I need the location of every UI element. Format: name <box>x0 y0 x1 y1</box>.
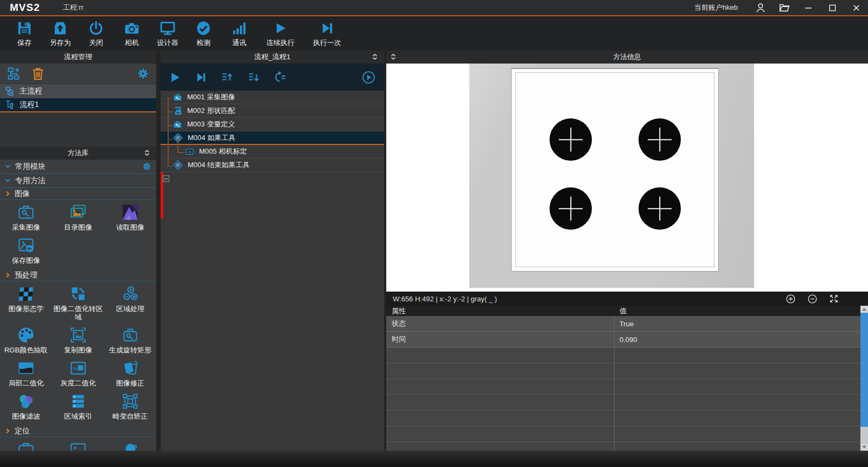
flow-item-flow1[interactable]: 流程1 <box>0 98 156 112</box>
method-acquire-image[interactable]: 采集图像 <box>0 203 52 231</box>
image-status-text: W:656 H:492 | x:-2 y:-2 | gray( _ ) <box>393 295 497 303</box>
preprocess-method-grid: 图像形态学 图像二值化转区域 区域处理 RGB颜色抽取 复制图像 生成旋转矩形 … <box>0 281 156 425</box>
method-read-image[interactable]: 读取图像 <box>104 203 156 231</box>
designer-icon <box>159 20 176 36</box>
run-selected-icon[interactable] <box>362 71 375 84</box>
step-flow-icon[interactable] <box>195 71 207 84</box>
method-image-filter[interactable]: 图像滤波 <box>0 392 52 420</box>
close-project-button[interactable]: 关闭 <box>78 20 114 48</box>
flow-settings-gear-icon[interactable] <box>136 67 150 80</box>
table-row-status[interactable]: 状态 True <box>386 316 868 332</box>
section-special-methods[interactable]: 专用方法 <box>0 174 156 188</box>
group-preprocess[interactable]: 预处理 <box>0 269 156 281</box>
collapse-node-toggle[interactable] <box>163 175 169 182</box>
designer-button[interactable]: 设计器 <box>150 20 186 48</box>
method-distortion-correct[interactable]: 畸变自矫正 <box>104 392 156 420</box>
table-row-time[interactable]: 时间 0.090 <box>386 332 868 348</box>
method-gen-rot-rect[interactable]: 生成旋转矩形 <box>104 326 156 354</box>
minimize-button[interactable] <box>796 0 820 15</box>
image-correct-icon <box>120 359 140 377</box>
property-table: 属性 值 状态 True 时间 0.090 <box>386 306 868 451</box>
flow-node-m002[interactable]: M002 形状匹配 <box>161 104 384 118</box>
run-flow-icon[interactable] <box>168 71 182 84</box>
flow-node-m003[interactable]: M003 变量定义 <box>161 118 384 131</box>
add-flow-icon[interactable] <box>7 66 21 81</box>
flow-node-m005[interactable]: (X) M005 相机标定 <box>161 145 384 159</box>
tree-connector <box>168 98 169 166</box>
flow-item-main[interactable]: 主流程 <box>0 84 156 98</box>
table-row-empty <box>386 379 868 395</box>
method-partial-1[interactable] <box>0 440 52 451</box>
flow-node-m001[interactable]: M001 采集图像 <box>161 91 384 104</box>
thumbnail-icon <box>120 203 140 222</box>
method-region-index[interactable]: 区域索引 <box>52 392 104 420</box>
save-as-button[interactable]: 另存为 <box>42 20 78 48</box>
plate-inner-frame <box>515 72 714 267</box>
image-icon <box>68 440 88 451</box>
method-partial-3[interactable] <box>104 440 156 451</box>
module-settings-gear-icon[interactable] <box>142 161 152 172</box>
collapse-icon[interactable] <box>143 149 151 157</box>
flow-node-tree: M001 采集图像 M002 形状匹配 M003 变量定义 IF M004 如果… <box>161 91 384 451</box>
method-local-binarize[interactable]: 局部二值化 <box>0 359 52 387</box>
method-image-correct[interactable]: 图像修正 <box>104 359 156 387</box>
method-binarize-to-region[interactable]: 图像二值化转区域 <box>52 285 104 321</box>
method-gray-binarize[interactable]: % 灰度二值化 <box>52 359 104 387</box>
zoom-in-icon[interactable] <box>786 294 796 304</box>
run-once-button[interactable]: 执行一次 <box>304 20 350 48</box>
method-save-image[interactable]: 保存图像 <box>0 236 52 264</box>
save-button[interactable]: 保存 <box>7 20 42 48</box>
flow-node-m004-if[interactable]: IF M004 如果工具 <box>161 131 384 145</box>
flow-node-m004-endif[interactable]: IF M004 结束如果工具 <box>161 159 384 172</box>
main-toolbar: 保存 另存为 关闭 相机 设计器 检测 通讯 <box>0 17 868 51</box>
group-label: 预处理 <box>15 270 37 280</box>
camera-button[interactable]: 相机 <box>114 20 150 48</box>
method-region-process[interactable]: 区域处理 <box>104 285 156 321</box>
loop-list-icon[interactable] <box>273 71 288 84</box>
continuous-run-button[interactable]: 连续执行 <box>257 20 304 48</box>
communication-button[interactable]: 通讯 <box>221 20 257 48</box>
header-value: 值 <box>615 306 860 316</box>
play-icon <box>273 20 288 36</box>
table-row-empty <box>386 363 868 379</box>
tree-connector <box>177 141 178 153</box>
folder-icon[interactable] <box>773 0 796 15</box>
method-morphology[interactable]: 图像形态学 <box>0 285 52 321</box>
scroll-down-button[interactable] <box>860 444 868 451</box>
method-rgb-extract[interactable]: RGB颜色抽取 <box>0 326 52 354</box>
group-locate[interactable]: 定位 <box>0 425 156 437</box>
chevron-right-icon <box>4 190 11 197</box>
method-directory-image[interactable]: 目录图像 <box>52 203 104 231</box>
method-partial-2[interactable] <box>52 440 104 451</box>
method-info-header: 方法信息 <box>386 51 868 64</box>
user-icon[interactable] <box>749 0 773 15</box>
scrollbar-thumb[interactable] <box>860 313 868 427</box>
toolbox-icon <box>16 440 36 451</box>
image-viewer[interactable] <box>386 64 868 292</box>
group-image[interactable]: 图像 <box>0 188 156 200</box>
scroll-up-button[interactable] <box>860 306 868 313</box>
save-icon <box>16 20 33 36</box>
delete-flow-icon[interactable] <box>31 66 45 81</box>
method-info-title: 方法信息 <box>613 52 641 62</box>
collapse-icon[interactable] <box>390 53 397 61</box>
table-scrollbar[interactable] <box>860 306 868 451</box>
maximize-button[interactable] <box>820 0 844 15</box>
group-label: 定位 <box>15 426 30 436</box>
fit-view-icon[interactable] <box>829 294 839 304</box>
collapse-icon[interactable] <box>371 53 379 61</box>
binarize-region-icon <box>68 285 88 303</box>
method-copy-image[interactable]: 复制图像 <box>52 326 104 354</box>
detect-button[interactable]: 检测 <box>186 20 221 48</box>
chevron-down-icon <box>4 177 11 184</box>
move-up-icon[interactable] <box>220 71 234 84</box>
step-icon <box>320 20 335 36</box>
section-common-modules[interactable]: 常用模块 <box>0 160 156 174</box>
move-down-icon[interactable] <box>247 71 260 84</box>
zoom-out-icon[interactable] <box>807 294 818 304</box>
region-process-icon <box>120 285 140 303</box>
chevron-down-icon <box>4 163 11 170</box>
calibration-dot-3 <box>550 187 592 230</box>
close-button[interactable] <box>844 0 868 15</box>
locate-method-grid <box>0 437 156 451</box>
